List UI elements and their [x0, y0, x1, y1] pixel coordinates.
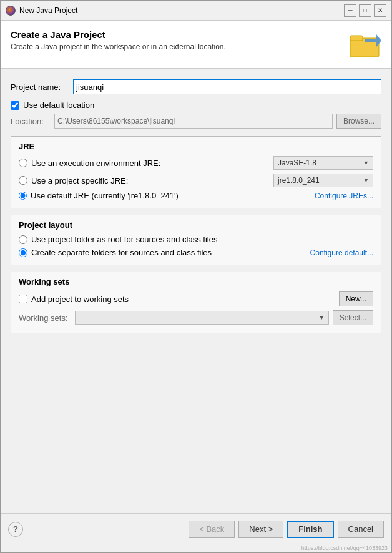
finish-button[interactable]: Finish [287, 521, 333, 538]
add-working-sets-checkbox-row: Add project to working sets [19, 295, 339, 304]
use-default-location-row: Use default location [11, 100, 381, 110]
window-title: New Java Project [19, 6, 77, 15]
browse-button[interactable]: Browse... [336, 114, 381, 129]
jre-option1-row: Use an execution environment JRE: JavaSE… [19, 156, 373, 170]
eclipse-icon [6, 6, 16, 16]
location-input [54, 114, 333, 129]
chevron-down-icon2: ▼ [363, 177, 369, 184]
project-name-label: Project name: [11, 82, 73, 92]
svg-rect-1 [350, 36, 363, 41]
jre-option1-label: Use an execution environment JRE: [31, 159, 273, 168]
close-button[interactable]: ✕ [374, 4, 386, 17]
jre-option2-dropdown[interactable]: jre1.8.0_241 ▼ [273, 174, 373, 187]
dialog-footer: ? < Back Next > Finish Cancel [1, 513, 391, 544]
jre-section: JRE Use an execution environment JRE: Ja… [11, 136, 381, 208]
use-default-location-checkbox[interactable] [11, 101, 19, 110]
dialog-subtitle: Create a Java project in the workspace o… [11, 42, 226, 51]
jre-option2-label: Use a project specific JRE: [31, 176, 273, 185]
add-to-working-sets-row: Add project to working sets New... [19, 291, 373, 306]
configure-jres-link[interactable]: Configure JREs... [315, 192, 373, 200]
title-bar-left: New Java Project [6, 6, 77, 16]
project-name-input[interactable] [73, 79, 381, 94]
use-default-location-label: Use default location [23, 100, 94, 110]
minimize-button[interactable]: ─ [344, 4, 356, 17]
jre-option1-dropdown-value: JavaSE-1.8 [278, 159, 316, 167]
jre-option2-dropdown-value: jre1.8.0_241 [278, 176, 320, 185]
cancel-button[interactable]: Cancel [338, 521, 384, 538]
add-working-sets-checkbox[interactable] [19, 295, 27, 303]
working-sets-label: Working sets: [19, 313, 75, 323]
dialog-header-text: Create a Java Project Create a Java proj… [11, 29, 226, 51]
jre-option1-dropdown[interactable]: JavaSE-1.8 ▼ [273, 156, 373, 170]
layout-option2-radio[interactable] [19, 248, 27, 257]
title-bar-controls: ─ □ ✕ [344, 4, 386, 17]
jre-option2-row: Use a project specific JRE: jre1.8.0_241… [19, 174, 373, 187]
jre-option2-radio[interactable] [19, 176, 27, 185]
working-sets-row: Working sets: ▼ Select... [19, 310, 373, 325]
working-sets-dropdown[interactable]: ▼ [75, 311, 329, 325]
location-row: Location: Browse... [11, 114, 381, 129]
location-label: Location: [11, 117, 54, 126]
dialog-header: Create a Java Project Create a Java proj… [1, 21, 391, 69]
window: New Java Project ─ □ ✕ Create a Java Pro… [0, 0, 392, 553]
chevron-down-icon: ▼ [363, 160, 369, 166]
layout-section-title: Project layout [19, 220, 373, 230]
footer-buttons: < Back Next > Finish Cancel [189, 521, 384, 538]
watermark: https://blog.csdn.net/qq=41033923 [1, 544, 391, 552]
add-working-sets-label: Add project to working sets [31, 295, 339, 304]
title-bar: New Java Project ─ □ ✕ [1, 1, 391, 21]
layout-section: Project layout Use project folder as roo… [11, 215, 381, 265]
jre-option1-radio[interactable] [19, 159, 27, 167]
jre-option3-radio[interactable] [19, 192, 27, 200]
jre-option3-label: Use default JRE (currently 'jre1.8.0_241… [31, 191, 310, 200]
project-name-row: Project name: [11, 79, 381, 94]
dialog-title: Create a Java Project [11, 29, 226, 40]
svg-rect-3 [365, 39, 376, 42]
layout-option2-label: Create separate folders for sources and … [31, 248, 305, 257]
jre-option3-row: Use default JRE (currently 'jre1.8.0_241… [19, 191, 373, 200]
chevron-down-icon3: ▼ [319, 315, 325, 321]
folder-icon [349, 29, 381, 59]
layout-option1-label: Use project folder as root for sources a… [31, 235, 373, 244]
working-sets-title: Working sets [19, 277, 373, 286]
layout-option2-row: Create separate folders for sources and … [19, 248, 373, 257]
new-working-set-button[interactable]: New... [339, 291, 373, 306]
select-working-set-button[interactable]: Select... [333, 310, 373, 325]
layout-option1-row: Use project folder as root for sources a… [19, 235, 373, 244]
configure-default-link[interactable]: Configure default... [310, 248, 373, 257]
working-sets-section: Working sets Add project to working sets… [11, 272, 381, 333]
help-button[interactable]: ? [8, 522, 23, 537]
dialog-content: Project name: Use default location Locat… [1, 69, 391, 513]
back-button[interactable]: < Back [189, 521, 235, 538]
jre-section-title: JRE [19, 142, 373, 151]
layout-option1-radio[interactable] [19, 235, 27, 244]
maximize-button[interactable]: □ [359, 4, 371, 17]
next-button[interactable]: Next > [238, 521, 283, 538]
